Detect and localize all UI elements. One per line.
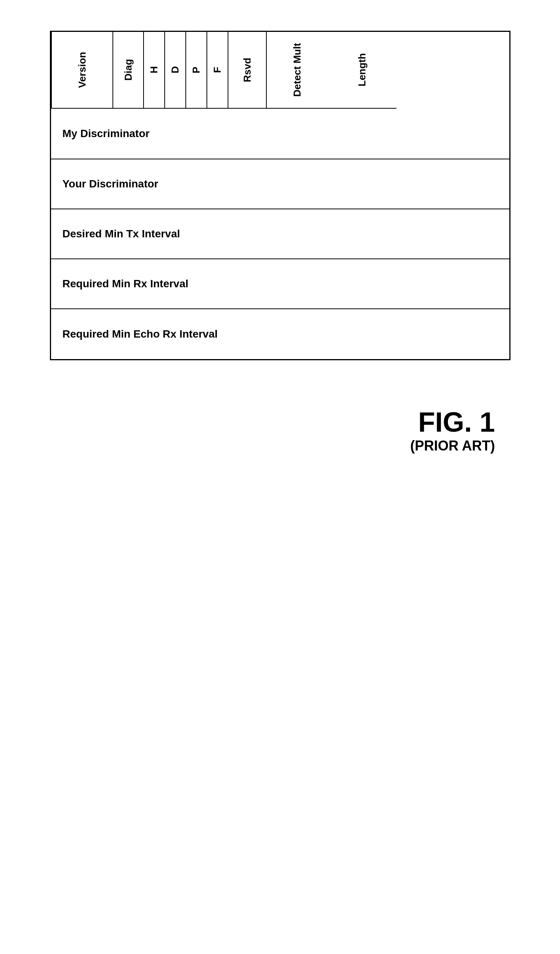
col-f-header: F (206, 32, 228, 108)
col-rsvd-header: Rsvd (228, 32, 266, 108)
col-length-header: Length (327, 32, 396, 108)
figure-label: FIG. 1 (PRIOR ART) (35, 406, 495, 454)
row-2-label: Your Discriminator (51, 159, 509, 209)
figure-subtitle: (PRIOR ART) (410, 438, 495, 454)
col-h-header: H (143, 32, 164, 108)
row-1-label: My Discriminator (63, 128, 150, 140)
col-p-header: P (185, 32, 206, 108)
row-4-label: Required Min Rx Interval (51, 259, 509, 308)
main-container: Version Diag H D P F Rsvd Detect Mult Le… (50, 31, 510, 454)
row-5-label: Required Min Echo Rx Interval (51, 309, 509, 359)
table-row-5: Required Min Echo Rx Interval (51, 309, 509, 359)
bfd-packet-table: Version Diag H D P F Rsvd Detect Mult Le… (50, 31, 510, 360)
col-version-header: Version (51, 32, 112, 108)
table-row-2: Your Discriminator (51, 159, 509, 209)
figure-title: FIG. 1 (418, 406, 495, 438)
col-d-header: D (164, 32, 185, 108)
table-row-3: Desired Min Tx Interval (51, 209, 509, 259)
row-3-label: Desired Min Tx Interval (51, 209, 509, 258)
col-detect-header: Detect Mult (266, 32, 327, 108)
col-diag-header: Diag (112, 32, 143, 108)
table-row-4: Required Min Rx Interval (51, 259, 509, 309)
